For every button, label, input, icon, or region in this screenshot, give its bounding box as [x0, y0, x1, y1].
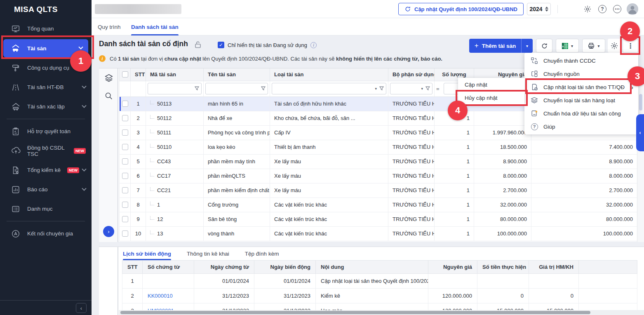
- expand-panel-button[interactable]: ›: [103, 226, 114, 237]
- sidebar-item-ket-noi-chuyen-gia[interactable]: Kết nối chuyên gia: [0, 224, 92, 243]
- menu-item-chuyen-loai-tai-san-hang-loat[interactable]: Chuyển loại tài sản hàng loạt: [524, 94, 638, 107]
- sidebar-item-tong-quan[interactable]: Tổng quan: [0, 19, 92, 38]
- cell-name: vòng thành: [204, 226, 270, 241]
- row-checkbox[interactable]: [122, 173, 128, 179]
- tab-tep-dinh-kem[interactable]: Tệp đính kèm: [245, 247, 279, 260]
- row-checkbox[interactable]: [122, 129, 128, 136]
- funnel-icon[interactable]: [195, 86, 199, 91]
- caret-down-icon[interactable]: ▾: [375, 87, 377, 91]
- sidebar-item-dong-bo-csdl-tsc[interactable]: Đồng bộ CSDL TSC NEW: [0, 141, 92, 160]
- table-row[interactable]: 4 50110 loa kẹo kéo Thiết bị âm thanh TR…: [120, 140, 637, 154]
- sidebar-item-danh-muc[interactable]: Danh mục: [0, 199, 92, 219]
- collapse-right-panel-tab[interactable]: ‹: [636, 114, 644, 151]
- update-decision-button[interactable]: Cập nhật Quyết định 100/2024/QĐ-UBND: [398, 3, 524, 15]
- search-icon[interactable]: [104, 92, 113, 100]
- cell-value: [529, 274, 579, 289]
- col-header-stt[interactable]: STT: [131, 68, 146, 81]
- col-header-loai-tai-san[interactable]: Loại tài sản: [270, 68, 388, 81]
- export-excel-button[interactable]: x ▾: [556, 39, 579, 53]
- funnel-icon[interactable]: [261, 86, 266, 91]
- row-checkbox[interactable]: [122, 202, 128, 208]
- col-header-ma-tai-san[interactable]: Mã tài sản: [146, 68, 204, 81]
- sidebar-item-tai-san-ht-db[interactable]: Tài sản HT-ĐB: [0, 78, 92, 97]
- menu-item-label: Chuyển loại tài sản hàng loạt: [543, 97, 615, 103]
- info-icon[interactable]: i: [310, 42, 317, 48]
- add-asset-button[interactable]: +Thêm tài sản ▾: [469, 39, 533, 53]
- row-checkbox[interactable]: [122, 101, 128, 107]
- table-row[interactable]: 9 12 Sân bê tông Các vật kiến trúc khác …: [120, 212, 637, 226]
- scrollbar-thumb[interactable]: [639, 94, 642, 110]
- select-all-checkbox[interactable]: [122, 71, 128, 78]
- grid-settings-gear-icon[interactable]: [608, 39, 621, 53]
- tab-danh-sach-tai-san[interactable]: Danh sách tài sản: [131, 18, 179, 35]
- settings-gear-icon[interactable]: [583, 5, 592, 14]
- layers-icon[interactable]: [104, 73, 113, 82]
- row-checkbox[interactable]: [122, 187, 128, 193]
- tab-thong-tin-ke-khai[interactable]: Thông tin kê khai: [187, 247, 229, 260]
- dashboard-icon: [11, 24, 21, 34]
- menu-item-cap-nhat-loai-tai-san-theo-tt-qd[interactable]: Cập nhật loại tài sản theo TT/QĐ ›: [524, 80, 638, 94]
- table-row[interactable]: 5 CC43 phần mềm máy tính Xe lấy máu TRƯỜ…: [120, 154, 637, 169]
- sidebar-item-label: Kết nối chuyên gia: [27, 230, 86, 237]
- submenu-item-huy-cap-nhat[interactable]: Hủy cập nhật: [458, 91, 524, 104]
- col-header-ten-tai-san[interactable]: Tên tài sản: [204, 68, 270, 81]
- row-checkbox[interactable]: [122, 144, 128, 150]
- menu-item-chuyen-thanh-ccdc[interactable]: Chuyển thành CCDC: [524, 54, 638, 67]
- sidebar-item-label: Báo cáo: [27, 186, 82, 193]
- sidebar-item-tong-kiem-ke[interactable]: Tổng kiểm kê NEW: [0, 160, 92, 180]
- cell-type: Xe lấy máu: [270, 183, 388, 197]
- cell-cost: 2.700.000: [474, 183, 531, 197]
- sidebar-item-label: Công cụ dụng cụ: [27, 65, 86, 71]
- menu-item-chuan-hoa-du-lieu-tai-san-cong[interactable]: Chuẩn hóa dữ liệu tài sản công: [524, 107, 638, 120]
- year-selector[interactable]: 2024: [527, 3, 551, 15]
- tab-lich-su-bien-dong[interactable]: Lịch sử biến động: [123, 247, 171, 260]
- help-icon[interactable]: ?: [598, 5, 607, 14]
- filter-in-use-checkbox[interactable]: ✓ Chỉ hiển thị tài sản Đang sử dụng i: [218, 42, 317, 48]
- layers-icon: [530, 96, 538, 104]
- row-checkbox[interactable]: [122, 158, 128, 165]
- row-checkbox[interactable]: [122, 230, 128, 237]
- menu-item-giup[interactable]: ? Giúp: [524, 120, 638, 133]
- cell-dept: TRƯỜNG TIỂU HỌC...: [388, 96, 435, 111]
- table-row[interactable]: 8 1 Cổng trường Các vật kiến trúc khác T…: [120, 197, 637, 212]
- horizontal-scrollbar[interactable]: [119, 310, 644, 315]
- funnel-icon[interactable]: [379, 86, 384, 91]
- cell-code: 13: [157, 230, 163, 237]
- sidebar-collapse-button[interactable]: ‹: [76, 303, 87, 313]
- sidebar-item-tai-san-xac-lap[interactable]: Tài sản xác lập: [0, 97, 92, 116]
- filter-ma-tai-san-input[interactable]: [148, 83, 201, 94]
- sidebar-item-bao-cao[interactable]: Báo cáo: [0, 180, 92, 199]
- col-header-bo-phan[interactable]: Bộ phận sử dụng: [388, 68, 435, 81]
- caret-down-icon[interactable]: ▾: [421, 87, 423, 91]
- sidebar-item-ho-tro-quyet-toan[interactable]: Hỗ trợ quyết toán: [0, 122, 92, 141]
- refresh-button[interactable]: [536, 39, 552, 53]
- sidebar-item-tai-san[interactable]: Tài sản: [3, 39, 88, 57]
- submenu-item-cap-nhat[interactable]: Cập nhật: [458, 78, 524, 91]
- add-asset-dropdown[interactable]: ▾: [521, 39, 533, 53]
- funnel-icon[interactable]: [425, 86, 430, 91]
- row-checkbox[interactable]: [122, 216, 128, 222]
- table-row[interactable]: 6 CC17 phần mềnQLTS Xe lấy máu TRƯỜNG TI…: [120, 169, 637, 183]
- sidebar-item-cong-cu-dung-cu[interactable]: Công cụ dụng cụ: [0, 58, 92, 78]
- user-avatar[interactable]: [627, 3, 638, 15]
- filter-loai-tai-san-select[interactable]: [272, 83, 386, 94]
- cell-code: 50113: [157, 101, 172, 107]
- cell-type: Các vật kiến trúc khác: [270, 197, 388, 212]
- filter-ten-tai-san-input[interactable]: [206, 83, 268, 94]
- unlock-icon[interactable]: [195, 41, 201, 48]
- document-link[interactable]: KK000010: [148, 293, 173, 299]
- table-row[interactable]: 7 CC21 phần mềm kiểm định chất lượn... X…: [120, 183, 637, 197]
- table-row[interactable]: 10 13 vòng thành Các vật kiến trúc khác …: [120, 226, 637, 241]
- tree-node-icon: [150, 129, 154, 133]
- row-checkbox[interactable]: [122, 115, 128, 121]
- scrollbar-thumb[interactable]: [120, 311, 590, 314]
- more-actions-kebab-button[interactable]: ⋮: [623, 39, 638, 53]
- equals-operator[interactable]: =: [436, 86, 442, 92]
- cell-cost: 8.900.000: [474, 154, 531, 169]
- more-options-icon[interactable]: ⋯: [613, 5, 622, 14]
- history-row[interactable]: 1 01/01/2024 01/01/2024 Cập nhật loại tà…: [122, 274, 637, 289]
- print-button[interactable]: ▾: [582, 39, 605, 53]
- history-row[interactable]: 2 KK000010 31/12/2023 31/12/2023 Kiểm kê…: [122, 289, 637, 303]
- menu-item-chuyen-nguon[interactable]: Chuyển nguồn: [524, 67, 638, 80]
- tab-quy-trinh[interactable]: Quy trình: [98, 18, 121, 35]
